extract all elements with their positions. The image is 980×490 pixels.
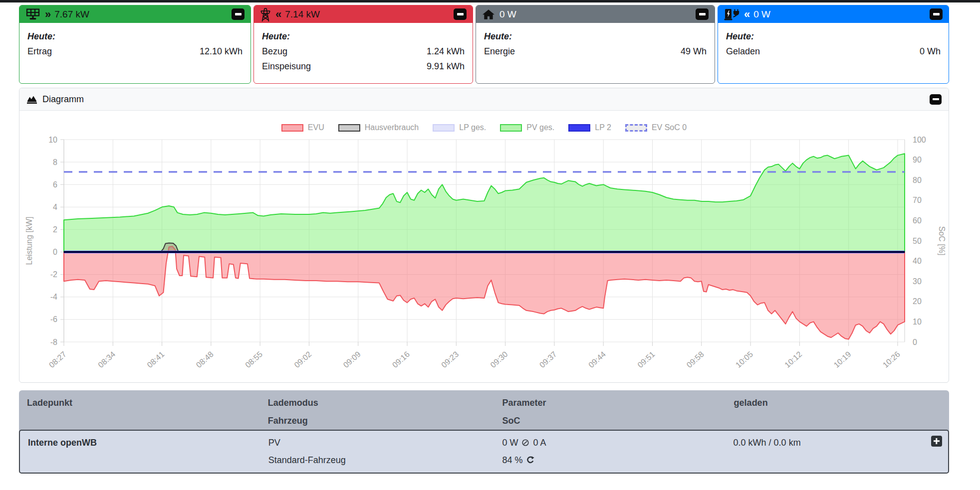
svg-text:09:51: 09:51: [636, 350, 656, 369]
svg-text:09:23: 09:23: [440, 350, 460, 369]
soc-value: 84 %: [502, 454, 522, 466]
header-ladepunkt: Ladepunkt: [19, 397, 260, 427]
svg-text:09:09: 09:09: [342, 350, 362, 369]
svg-text:09:30: 09:30: [489, 350, 509, 369]
svg-text:90: 90: [913, 156, 922, 164]
svg-text:10: 10: [48, 136, 57, 144]
svg-text:80: 80: [913, 176, 922, 184]
chargepoint-row: Interne openWB PV Standard-Fahrzeug 0 W …: [19, 430, 949, 474]
svg-text:08:48: 08:48: [195, 350, 215, 369]
geladen-cell: 0.0 kWh / 0.0 km: [726, 437, 948, 466]
svg-text:60: 60: [913, 216, 922, 225]
svg-text:-4: -4: [50, 293, 57, 301]
lademodus-value: PV: [268, 437, 494, 449]
card-chargepoint-header: « 0 W: [718, 5, 949, 23]
svg-text:-6: -6: [50, 315, 57, 324]
svg-text:08:34: 08:34: [96, 350, 117, 369]
minus-icon: [933, 13, 940, 15]
geladen-value: 0 Wh: [920, 44, 941, 59]
power-soc-chart: -8-6-4-2024681008:2708:3408:4108:4808:55…: [19, 111, 949, 383]
collapse-chargepoint-card-button[interactable]: [930, 8, 943, 20]
svg-text:Leistung [kW]: Leistung [kW]: [25, 217, 33, 265]
svg-text:10:05: 10:05: [734, 350, 754, 369]
minus-icon: [699, 13, 706, 15]
collapse-diagram-button[interactable]: [930, 94, 942, 105]
svg-text:70: 70: [913, 196, 922, 204]
svg-text:2: 2: [53, 225, 57, 234]
svg-text:20: 20: [913, 297, 922, 306]
svg-text:50: 50: [913, 237, 922, 245]
bezug-label: Bezug: [262, 44, 287, 59]
svg-text:08:41: 08:41: [145, 350, 166, 369]
diagram-title: Diagramm: [42, 94, 84, 105]
svg-text:10:12: 10:12: [783, 350, 803, 369]
export-arrow: »: [45, 9, 50, 20]
chargepoint-name: Interne openWB: [20, 437, 260, 466]
today-label: Heute:: [726, 29, 941, 44]
svg-text:09:16: 09:16: [391, 350, 411, 369]
chart-area-icon: [26, 95, 37, 104]
card-pv: » 7.67 kW Heute: Ertrag 12.10 kWh: [19, 5, 251, 84]
svg-text:6: 6: [53, 180, 57, 189]
collapse-pv-card-button[interactable]: [232, 8, 245, 20]
fahrzeug-value: Standard-Fahrzeug: [268, 454, 494, 466]
svg-text:10: 10: [913, 318, 922, 326]
transmission-tower-icon: [260, 7, 271, 22]
card-house-header: 0 W: [476, 5, 715, 23]
charge-arrow: «: [744, 9, 749, 20]
svg-text:4: 4: [53, 203, 57, 211]
card-house: 0 W Heute: Energie 49 Wh: [476, 5, 715, 84]
svg-text:-8: -8: [50, 338, 57, 346]
geladen-label: Geladen: [726, 44, 760, 59]
chargepoint-table-header: Ladepunkt Lademodus Fahrzeug Parameter S…: [19, 390, 949, 435]
card-house-body: Heute: Energie 49 Wh: [476, 23, 715, 59]
svg-text:09:02: 09:02: [292, 350, 313, 369]
svg-text:-2: -2: [50, 270, 57, 279]
card-grid-header: « 7.14 kW: [254, 5, 473, 23]
lademodus-fahrzeug-cell: PV Standard-Fahrzeug: [260, 437, 494, 466]
charging-station-icon: [724, 8, 739, 21]
header-lademodus-fahrzeug: Lademodus Fahrzeug: [260, 397, 494, 427]
minus-icon: [235, 13, 242, 15]
parameter-power-value: 0 W: [502, 437, 518, 449]
svg-text:08:27: 08:27: [47, 350, 68, 369]
today-label: Heute:: [484, 29, 707, 44]
energie-value: 49 Wh: [681, 44, 707, 59]
card-chargepoint: « 0 W Heute: Geladen 0 Wh: [718, 5, 949, 84]
minus-icon: [933, 98, 939, 101]
refresh-soc-icon[interactable]: [526, 456, 535, 465]
einspeisung-label: Einspeisung: [262, 59, 311, 74]
today-label: Heute:: [262, 29, 465, 44]
collapse-house-card-button[interactable]: [696, 8, 709, 20]
minus-icon: [457, 13, 464, 15]
pv-power-value: 7.67 kW: [54, 9, 89, 20]
header-parameter-soc: Parameter SoC: [494, 397, 726, 427]
svg-text:10:26: 10:26: [881, 350, 902, 369]
grid-power-value: 7.14 kW: [285, 9, 320, 20]
bezug-value: 1.24 kWh: [427, 44, 465, 59]
einspeisung-value: 9.91 kWh: [427, 59, 465, 74]
svg-text:40: 40: [913, 257, 922, 265]
svg-text:09:58: 09:58: [685, 350, 706, 369]
ertrag-value: 12.10 kWh: [200, 44, 243, 59]
svg-text:08:55: 08:55: [244, 350, 264, 369]
svg-text:30: 30: [913, 277, 922, 286]
svg-text:SoC [%]: SoC [%]: [938, 226, 946, 256]
diagram-panel-header: Diagramm: [19, 88, 949, 111]
collapse-grid-card-button[interactable]: [454, 8, 467, 20]
svg-text:09:44: 09:44: [587, 350, 607, 369]
svg-text:09:37: 09:37: [538, 350, 558, 369]
solar-panel-icon: [25, 8, 40, 20]
house-power-value: 0 W: [499, 9, 516, 20]
no-current-icon: [521, 439, 529, 447]
svg-text:0: 0: [913, 338, 917, 346]
import-arrow: «: [275, 9, 280, 20]
card-pv-header: » 7.67 kW: [19, 5, 250, 23]
ertrag-label: Ertrag: [27, 44, 52, 59]
parameter-soc-cell: 0 W 0 A 84 %: [494, 437, 725, 466]
card-chargepoint-body: Heute: Geladen 0 Wh: [718, 23, 949, 59]
today-label: Heute:: [27, 29, 243, 44]
energie-label: Energie: [484, 44, 515, 59]
svg-text:100: 100: [913, 136, 926, 144]
expand-chargepoint-button[interactable]: [931, 436, 942, 447]
